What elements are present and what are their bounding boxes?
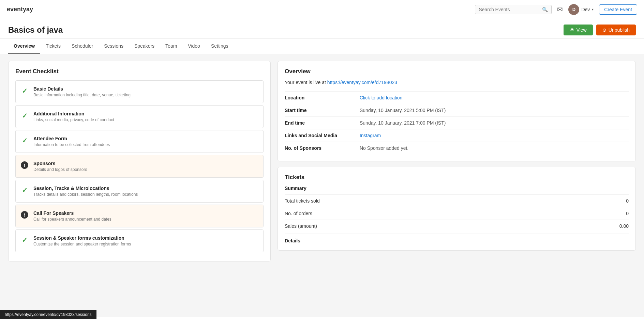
info-value-end-time: Sunday, 10 January, 2021 7:00 PM (IST)	[360, 120, 446, 126]
view-label: View	[576, 27, 587, 33]
tab-scheduler[interactable]: Scheduler	[66, 38, 99, 54]
tab-video[interactable]: Video	[182, 38, 206, 54]
checkmark-icon: ✓	[22, 87, 28, 95]
page-header: Basics of java 👁 View ⊙ Unpublish	[0, 19, 644, 38]
checklist-text-attendee-form: Attendee FormInformation to be collected…	[33, 136, 110, 147]
checklist-text-session-speaker-forms: Session & Speaker forms customizationCus…	[33, 235, 131, 246]
search-icon: 🔍	[542, 7, 548, 12]
tickets-title: Tickets	[285, 174, 629, 181]
info-label-no-sponsors: No. of Sponsors	[285, 145, 360, 151]
checklist-label-additional-info: Additional Information	[33, 111, 114, 116]
info-label-start-time: Start time	[285, 108, 360, 113]
overview-fields: LocationClick to add location.Start time…	[285, 91, 629, 154]
topnav: eventyay 🔍 ✉ D Dev ▾ Create Event	[0, 0, 644, 19]
ticket-label-no-orders: No. of orders	[285, 211, 626, 216]
tab-settings[interactable]: Settings	[206, 38, 234, 54]
checklist-label-basic-details: Basic Details	[33, 86, 131, 92]
logo: eventyay	[7, 6, 33, 13]
unpublish-button[interactable]: ⊙ Unpublish	[596, 25, 636, 35]
info-row-location: LocationClick to add location.	[285, 91, 629, 104]
ticket-value-total-tickets: 0	[626, 198, 629, 204]
details-label: Details	[285, 234, 629, 243]
checklist-text-call-for-speakers: Call For SpeakersCall for speakers annou…	[33, 210, 111, 222]
checklist-desc-basic-details: Basic information including title, date,…	[33, 93, 131, 97]
checklist-label-session-tracks: Session, Tracks & Microlocations	[33, 186, 138, 191]
tab-tickets[interactable]: Tickets	[40, 38, 66, 54]
checklist-title: Event Checklist	[15, 68, 264, 75]
exclamation-icon: !	[21, 211, 28, 219]
overview-title: Overview	[285, 68, 629, 75]
search-input[interactable]	[479, 7, 540, 12]
checkmark-icon: ✓	[22, 236, 28, 244]
ticket-rows: Total tickets sold0No. of orders0Sales (…	[285, 194, 629, 232]
ticket-row-sales-amount: Sales (amount)0.00	[285, 220, 629, 232]
tab-overview[interactable]: Overview	[8, 38, 40, 54]
checkmark-icon: ✓	[22, 186, 28, 194]
checkmark-icon: ✓	[22, 137, 28, 145]
ticket-row-total-tickets: Total tickets sold0	[285, 194, 629, 207]
status-bar: https://eventyay.com/events/d7198023/ses…	[0, 310, 96, 317]
ticket-label-sales-amount: Sales (amount)	[285, 223, 619, 229]
checklist-text-additional-info: Additional InformationLinks, social medi…	[33, 111, 114, 122]
tab-sessions[interactable]: Sessions	[99, 38, 129, 54]
checklist-item-session-speaker-forms[interactable]: ✓Session & Speaker forms customizationCu…	[15, 229, 264, 252]
checklist-text-basic-details: Basic DetailsBasic information including…	[33, 86, 131, 97]
right-panel: Overview Your event is live at https://e…	[278, 61, 636, 310]
checklist-item-sponsors[interactable]: !SponsorsDetails and logos of sponsors	[15, 155, 264, 178]
tabs-bar: OverviewTicketsSchedulerSessionsSpeakers…	[0, 38, 644, 54]
checklist-item-attendee-form[interactable]: ✓Attendee FormInformation to be collecte…	[15, 130, 264, 153]
warn-icon: !	[20, 211, 29, 219]
check-icon: ✓	[20, 236, 29, 244]
info-value-links-social[interactable]: Instagram	[360, 133, 381, 138]
checklist-desc-sponsors: Details and logos of sponsors	[33, 167, 87, 172]
checklist-desc-attendee-form: Information to be collected from attende…	[33, 142, 110, 147]
checklist-items: ✓Basic DetailsBasic information includin…	[15, 80, 264, 254]
tab-speakers[interactable]: Speakers	[129, 38, 160, 54]
info-row-no-sponsors: No. of SponsorsNo Sponsor added yet.	[285, 142, 629, 154]
warn-icon: !	[20, 161, 29, 169]
info-label-location: Location	[285, 95, 360, 100]
create-event-button[interactable]: Create Event	[599, 4, 637, 15]
live-text: Your event is live at https://eventyay.c…	[285, 80, 629, 85]
unpublish-label: Unpublish	[609, 27, 630, 33]
checklist-item-call-for-speakers[interactable]: !Call For SpeakersCall for speakers anno…	[15, 205, 264, 227]
checklist-desc-session-speaker-forms: Customize the session and speaker regist…	[33, 242, 131, 246]
info-label-end-time: End time	[285, 120, 360, 126]
search-bar[interactable]: 🔍	[475, 5, 552, 14]
checklist-item-session-tracks[interactable]: ✓Session, Tracks & MicrolocationsTracks …	[15, 180, 264, 203]
ticket-value-sales-amount: 0.00	[619, 223, 629, 229]
check-icon: ✓	[20, 112, 29, 120]
ticket-label-total-tickets: Total tickets sold	[285, 198, 626, 204]
checklist-desc-additional-info: Links, social media, privacy, code of co…	[33, 117, 114, 122]
checklist-label-call-for-speakers: Call For Speakers	[33, 210, 111, 216]
info-row-end-time: End timeSunday, 10 January, 2021 7:00 PM…	[285, 116, 629, 129]
checklist-label-session-speaker-forms: Session & Speaker forms customization	[33, 235, 131, 241]
mail-icon[interactable]: ✉	[557, 5, 563, 14]
checklist-card: Event Checklist ✓Basic DetailsBasic info…	[8, 61, 271, 261]
info-value-location[interactable]: Click to add location.	[360, 95, 404, 100]
view-button[interactable]: 👁 View	[564, 25, 593, 35]
tab-team[interactable]: Team	[160, 38, 182, 54]
check-icon: ✓	[20, 186, 29, 194]
checklist-label-sponsors: Sponsors	[33, 161, 87, 166]
checklist-item-additional-info[interactable]: ✓Additional InformationLinks, social med…	[15, 105, 264, 128]
info-row-start-time: Start timeSunday, 10 January, 2021 5:00 …	[285, 104, 629, 116]
left-panel: Event Checklist ✓Basic DetailsBasic info…	[8, 61, 271, 310]
user-name: Dev	[581, 7, 590, 12]
tickets-card: Tickets Summary Total tickets sold0No. o…	[278, 167, 636, 251]
eye-icon: 👁	[570, 27, 574, 33]
live-event-link[interactable]: https://eventyay.com/e/d7198023	[327, 80, 397, 85]
info-row-links-social: Links and Social MediaInstagram	[285, 129, 629, 142]
check-icon: ✓	[20, 87, 29, 95]
avatar: D	[568, 4, 579, 15]
checklist-desc-call-for-speakers: Call for speakers announcement and dates	[33, 217, 111, 222]
checkmark-icon: ✓	[22, 112, 28, 120]
live-text-label: Your event is live at	[285, 80, 327, 85]
user-menu[interactable]: D Dev ▾	[568, 4, 594, 15]
checklist-item-basic-details[interactable]: ✓Basic DetailsBasic information includin…	[15, 80, 264, 103]
checklist-label-attendee-form: Attendee Form	[33, 136, 110, 141]
checklist-text-sponsors: SponsorsDetails and logos of sponsors	[33, 161, 87, 172]
checklist-desc-session-tracks: Tracks details and colors, session lengt…	[33, 192, 138, 197]
checklist-text-session-tracks: Session, Tracks & MicrolocationsTracks d…	[33, 186, 138, 197]
page-title: Basics of java	[8, 25, 564, 35]
